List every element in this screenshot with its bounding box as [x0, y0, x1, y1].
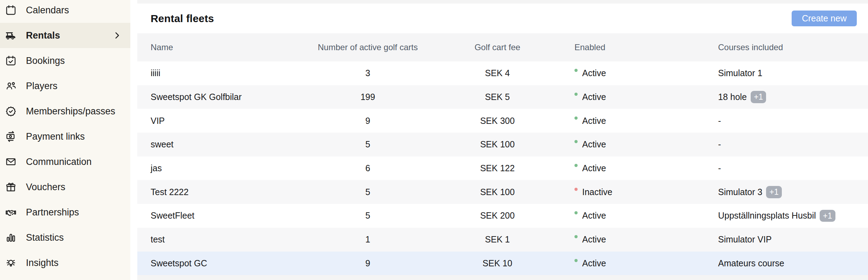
- calendar-icon: [5, 4, 17, 16]
- sidebar-item-bookings[interactable]: Bookings: [0, 48, 130, 73]
- fleet-name: SweetFleet: [151, 211, 315, 221]
- active-golf-carts-value: 9: [315, 116, 420, 126]
- extra-courses-badge[interactable]: +1: [751, 91, 766, 103]
- sidebar-item-label: Rentals: [26, 30, 60, 41]
- create-new-button[interactable]: Create new: [792, 11, 857, 26]
- sidebar-item-label: Memberships/passes: [26, 106, 115, 117]
- active-golf-carts-value: 3: [315, 68, 420, 78]
- handshake-icon: [5, 206, 17, 218]
- courses-label: -: [718, 163, 721, 173]
- calendar-check-icon: [5, 55, 17, 67]
- status-label: Active: [582, 234, 606, 245]
- sidebar-item-label: Vouchers: [26, 182, 66, 193]
- status-label: Active: [582, 211, 606, 221]
- active-golf-carts-value: 5: [315, 187, 420, 197]
- sidebar-item-insights[interactable]: Insights: [0, 250, 130, 275]
- fleet-name: VIP: [151, 116, 315, 126]
- courses-included-cell: -: [718, 139, 857, 149]
- sidebar-item-calendars[interactable]: Calendars: [0, 0, 130, 23]
- page-title: Rental fleets: [151, 13, 214, 25]
- golf-cart-fee-value: SEK 122: [420, 163, 574, 173]
- enabled-status: Active: [574, 68, 718, 78]
- sidebar-item-label: Calendars: [26, 5, 69, 16]
- courses-included-cell: -: [718, 163, 857, 173]
- sidebar-item-partnerships[interactable]: Partnerships: [0, 200, 130, 225]
- sidebar-item-label: Payment links: [26, 131, 85, 142]
- courses-included-cell: Uppställningsplats Husbil +1: [718, 210, 857, 222]
- sidebar-item-vouchers[interactable]: Vouchers: [0, 174, 130, 200]
- sidebar-item-statistics[interactable]: Statistics: [0, 225, 130, 250]
- active-golf-carts-value: 9: [315, 258, 420, 268]
- status-dot: [574, 211, 578, 214]
- active-golf-carts-value: 5: [315, 211, 420, 221]
- main-content: Rental fleets Create new Name Number of …: [137, 0, 868, 280]
- courses-label: -: [718, 139, 721, 149]
- title-bar: Rental fleets Create new: [137, 4, 868, 33]
- enabled-status: Active: [574, 211, 718, 221]
- sidebar-item-communication[interactable]: Communication: [0, 149, 130, 174]
- fleet-name: test: [151, 234, 315, 245]
- golf-cart-fee-value: SEK 100: [420, 187, 574, 197]
- extra-courses-badge[interactable]: +1: [766, 186, 781, 198]
- courses-label: 18 hole: [718, 92, 747, 102]
- sidebar-item-label: Insights: [26, 258, 58, 268]
- banknote-arrows-icon: [5, 131, 17, 142]
- sidebar-item-label: Bookings: [26, 55, 65, 66]
- courses-included-cell: Amateurs course: [718, 258, 857, 268]
- status-label: Active: [582, 258, 606, 268]
- status-dot: [574, 164, 578, 167]
- status-dot: [574, 69, 578, 72]
- status-dot: [574, 235, 578, 238]
- golf-cart-icon: [5, 29, 17, 41]
- people-icon: [5, 80, 17, 92]
- extra-courses-badge[interactable]: +1: [820, 210, 835, 222]
- courses-included-cell: 18 hole +1: [718, 91, 857, 103]
- enabled-status: Active: [574, 116, 718, 126]
- status-label: Active: [582, 163, 606, 173]
- courses-included-cell: Simulator 1: [718, 68, 857, 78]
- table-header-row: Name Number of active golf carts Golf ca…: [137, 33, 868, 61]
- courses-label: Amateurs course: [718, 258, 784, 268]
- table-row[interactable]: sweet 5 SEK 100 Active -: [137, 133, 868, 156]
- table-row[interactable]: VIP 9 SEK 300 Active -: [137, 109, 868, 133]
- table-row[interactable]: SweetFleet 5 SEK 200 Active Uppställning…: [137, 204, 868, 228]
- table-row[interactable]: Sweetspot GC 9 SEK 10 Active Amateurs co…: [137, 252, 868, 275]
- column-header-courses-included: Courses included: [718, 42, 857, 52]
- golf-cart-fee-value: SEK 300: [420, 116, 574, 126]
- status-label: Active: [582, 116, 606, 126]
- enabled-status: Active: [574, 234, 718, 245]
- fleet-name: jas: [151, 163, 315, 173]
- active-golf-carts-value: 199: [315, 92, 420, 102]
- courses-included-cell: Simulator 3 +1: [718, 186, 857, 198]
- fleet-name: iiiii: [151, 68, 315, 78]
- column-header-active-golf-carts: Number of active golf carts: [315, 42, 420, 52]
- sidebar-item-memberships[interactable]: Memberships/passes: [0, 99, 130, 124]
- courses-label: Uppställningsplats Husbil: [718, 211, 816, 221]
- fleet-name: Sweetspot GC: [151, 258, 315, 268]
- table-row[interactable]: iiiii 3 SEK 4 Active Simulator 1: [137, 61, 868, 85]
- status-label: Active: [582, 68, 606, 78]
- table-row[interactable]: test 1 SEK 1 Active Simulator VIP: [137, 228, 868, 252]
- sidebar-item-payment-links[interactable]: Payment links: [0, 124, 130, 149]
- sidebar-item-label: Partnerships: [26, 207, 79, 218]
- table-row[interactable]: Sweetspot GK Golfbilar 199 SEK 5 Active …: [137, 85, 868, 109]
- sidebar-item-rentals[interactable]: Rentals: [0, 23, 130, 48]
- status-label: Inactive: [582, 187, 612, 197]
- table-row[interactable]: Test 2222 5 SEK 100 Inactive Simulator 3…: [137, 180, 868, 204]
- badge-check-icon: [5, 105, 17, 117]
- courses-label: Simulator 3: [718, 187, 762, 197]
- status-label: Active: [582, 92, 606, 102]
- sidebar-item-label: Players: [26, 81, 57, 92]
- courses-label: Simulator 1: [718, 68, 762, 78]
- golf-cart-fee-value: SEK 4: [420, 68, 574, 78]
- enabled-status: Active: [574, 258, 718, 268]
- sidebar-item-label: Communication: [26, 156, 92, 167]
- golf-cart-fee-value: SEK 5: [420, 92, 574, 102]
- sidebar-item-players[interactable]: Players: [0, 73, 130, 99]
- table-row[interactable]: jas 6 SEK 122 Active -: [137, 156, 868, 180]
- sidebar: Calendars Rentals Bookings: [0, 0, 130, 280]
- envelope-icon: [5, 156, 17, 168]
- gift-icon: [5, 181, 17, 193]
- column-header-golf-cart-fee: Golf cart fee: [420, 42, 574, 52]
- golf-cart-fee-value: SEK 100: [420, 139, 574, 149]
